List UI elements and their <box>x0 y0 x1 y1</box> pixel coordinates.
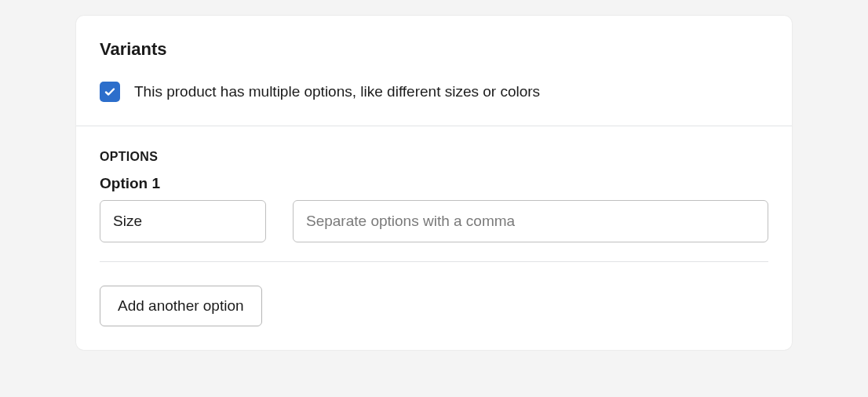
multiple-options-checkbox[interactable] <box>100 82 120 102</box>
option-1-inputs <box>100 200 768 242</box>
option-values-input[interactable] <box>293 200 768 242</box>
variants-title: Variants <box>100 39 768 60</box>
options-heading: OPTIONS <box>100 150 768 164</box>
options-divider <box>100 261 768 262</box>
variants-card: Variants This product has multiple optio… <box>76 16 792 350</box>
variants-header-section: Variants This product has multiple optio… <box>76 16 792 126</box>
multiple-options-label: This product has multiple options, like … <box>134 83 540 100</box>
add-another-option-button[interactable]: Add another option <box>100 286 262 326</box>
options-section: OPTIONS Option 1 Add another option <box>76 126 792 350</box>
option-name-input[interactable] <box>100 200 266 242</box>
multiple-options-row: This product has multiple options, like … <box>100 82 768 102</box>
check-icon <box>104 86 116 98</box>
option-1-label: Option 1 <box>100 175 768 192</box>
